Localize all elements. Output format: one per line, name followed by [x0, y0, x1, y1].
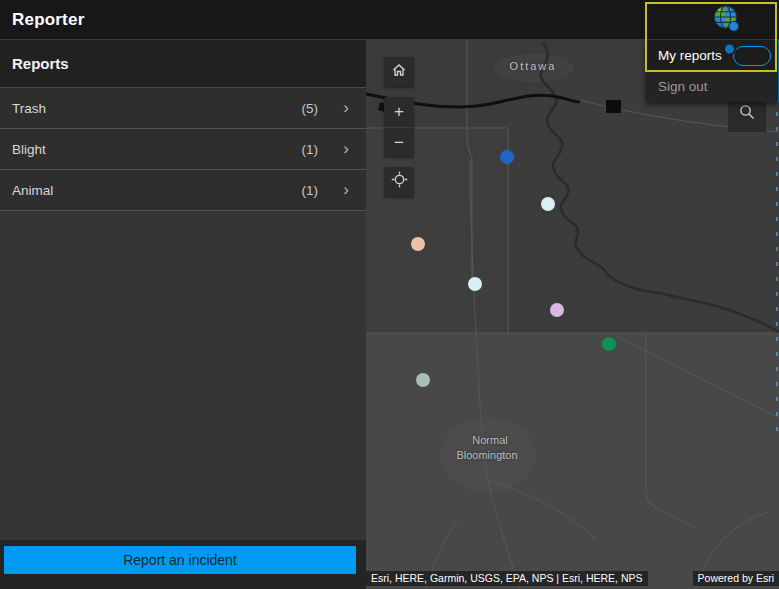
app-header: Reporter	[0, 0, 779, 40]
powered-by-esri: Powered by Esri	[693, 571, 779, 586]
toggle-knob	[723, 42, 736, 55]
sidebar-footer: Report an incident	[0, 540, 366, 589]
report-marker[interactable]	[500, 150, 514, 164]
chevron-right-icon: ›	[343, 170, 349, 209]
map-attribution: Esri, HERE, Garmin, USGS, EPA, NPS | Esr…	[366, 571, 648, 586]
chevron-right-icon: ›	[343, 88, 349, 127]
report-marker[interactable]	[468, 277, 482, 291]
my-reports-menu-item[interactable]: My reports	[646, 40, 778, 72]
locate-widget	[384, 167, 414, 197]
account-dropdown-menu: My reports Sign out	[646, 40, 778, 102]
report-marker[interactable]	[602, 337, 616, 351]
category-count: (5)	[302, 88, 319, 129]
zoom-in-button[interactable]: +	[384, 97, 414, 127]
search-icon	[738, 103, 756, 125]
category-label: Animal	[12, 170, 53, 211]
sign-out-label: Sign out	[658, 72, 708, 102]
report-category-blight[interactable]: Blight (1) ›	[0, 129, 366, 170]
category-label: Blight	[12, 129, 46, 170]
report-marker[interactable]	[416, 373, 430, 387]
chevron-right-icon: ›	[343, 129, 349, 168]
reports-section-title: Reports	[0, 40, 366, 88]
my-reports-label: My reports	[658, 40, 722, 72]
map-canvas[interactable]: Ottawa Normal Bloomington + −	[366, 40, 779, 589]
category-count: (1)	[302, 170, 319, 211]
markers-layer	[366, 40, 779, 589]
category-count: (1)	[302, 129, 319, 170]
home-widget	[384, 57, 414, 87]
zoom-widget: + −	[384, 97, 414, 157]
right-edge-dashes	[776, 112, 778, 442]
my-reports-toggle[interactable]	[733, 46, 771, 66]
sign-out-menu-item[interactable]: Sign out	[646, 72, 778, 102]
home-button[interactable]	[384, 57, 414, 87]
report-incident-button[interactable]: Report an incident	[4, 546, 356, 574]
report-marker[interactable]	[411, 237, 425, 251]
globe-icon	[711, 22, 742, 37]
page-title: Reporter	[12, 0, 84, 40]
report-category-trash[interactable]: Trash (5) ›	[0, 88, 366, 129]
locate-icon	[391, 171, 408, 193]
report-category-animal[interactable]: Animal (1) ›	[0, 170, 366, 211]
reporter-app: Ottawa Normal Bloomington + −	[0, 0, 779, 589]
reports-panel: Reports Trash (5) › Blight (1) › Animal …	[0, 40, 366, 589]
zoom-out-button[interactable]: −	[384, 127, 414, 157]
category-label: Trash	[12, 88, 46, 129]
home-icon	[391, 62, 407, 83]
locate-button[interactable]	[384, 167, 414, 197]
report-marker[interactable]	[541, 197, 555, 211]
account-menu-button[interactable]	[710, 3, 742, 35]
report-marker[interactable]	[550, 303, 564, 317]
